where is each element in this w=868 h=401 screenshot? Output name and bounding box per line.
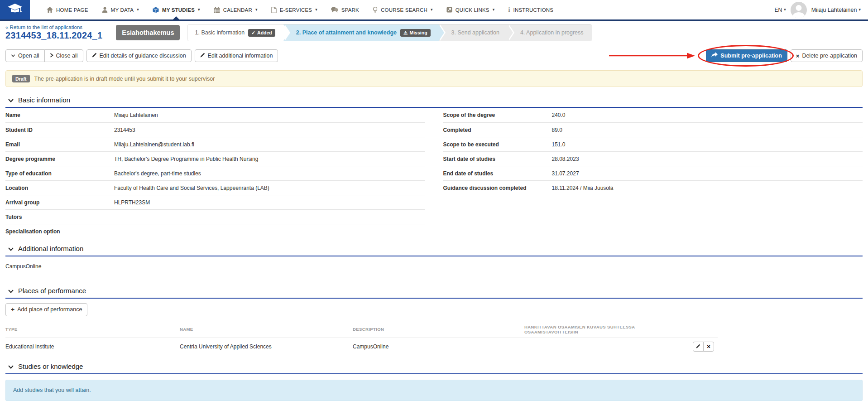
edit-row-button[interactable] bbox=[693, 342, 704, 352]
add-place-of-performance-button[interactable]: + Add place of performance bbox=[5, 303, 87, 316]
step-wizard: 1. Basic information ✓ Added 2. Place of… bbox=[187, 24, 592, 41]
draft-alert-text: The pre-application is in draft mode unt… bbox=[34, 76, 215, 82]
chevron-down-icon bbox=[8, 245, 14, 252]
column-header: Name bbox=[180, 321, 353, 338]
field-row: Completed89.0 bbox=[443, 122, 863, 137]
chevron-down-icon bbox=[8, 96, 14, 104]
chevron-down-icon: ▾ bbox=[255, 8, 258, 12]
close-icon: × bbox=[796, 53, 800, 59]
open-all-button[interactable]: Open all bbox=[5, 49, 45, 62]
basic-information-section: Basic information NameMiiaju Lahtelainen… bbox=[5, 90, 863, 238]
cube-icon bbox=[153, 7, 159, 13]
field-row: Arrival groupHLPRTH23SM bbox=[5, 195, 425, 209]
nav-quick-links[interactable]: QUICK LINKS ▾ bbox=[440, 0, 502, 19]
column-header-actions bbox=[693, 321, 718, 338]
step-place-of-attainment[interactable]: 2. Place of attainment and knowledge ⚠ M… bbox=[283, 24, 439, 41]
nav-calendar[interactable]: CALENDAR ▾ bbox=[207, 0, 264, 19]
table-row: Educational institute Centria University… bbox=[5, 338, 718, 356]
info-alert: Add studies that you will attain. bbox=[5, 380, 863, 401]
section-title: Basic information bbox=[18, 96, 70, 104]
field-row: Scope of the degree240.0 bbox=[443, 108, 863, 122]
additional-information-header[interactable]: Additional information bbox=[5, 238, 863, 256]
field-row: Tutors bbox=[5, 209, 425, 224]
nav-label: CALENDAR bbox=[223, 7, 252, 13]
plus-icon: + bbox=[11, 306, 14, 313]
field-row: Type of educationBachelor's degree, part… bbox=[5, 166, 425, 180]
nav-my-data[interactable]: MY DATA ▾ bbox=[95, 0, 146, 19]
studies-or-knowledge-header[interactable]: Studies or knowledge bbox=[5, 356, 863, 374]
chevron-down-icon: ▾ bbox=[493, 8, 495, 12]
chevron-down-icon: ▾ bbox=[315, 8, 317, 12]
nav-course-search[interactable]: COURSE SEARCH ▾ bbox=[366, 0, 440, 19]
draft-alert: Draft The pre-application is in draft mo… bbox=[5, 70, 863, 87]
delete-pre-application-button[interactable]: × Delete pre-application bbox=[791, 49, 863, 62]
nav-instructions[interactable]: i INSTRUCTIONS bbox=[501, 0, 560, 19]
step-basic-information[interactable]: 1. Basic information ✓ Added bbox=[187, 24, 283, 41]
field-row: Degree programmeTH, Bachelor's Degree Pr… bbox=[5, 151, 425, 166]
info-icon: i bbox=[508, 6, 510, 14]
application-id: 2314453_18.11.2024_1 bbox=[5, 30, 102, 41]
step-application-in-progress[interactable]: 4. Application in progress bbox=[508, 24, 592, 41]
application-header: « Return to the list of applications 231… bbox=[0, 21, 868, 44]
forward-arrow-icon bbox=[711, 52, 718, 59]
field-row: Scope to be executed151.0 bbox=[443, 137, 863, 151]
navbar-right: EN ▾ Miiaju Lahtelainen ▾ bbox=[775, 0, 868, 19]
chevron-right-icon bbox=[50, 52, 53, 59]
additional-information-section: Additional information CampusOnline bbox=[5, 238, 863, 280]
avatar[interactable] bbox=[791, 2, 807, 18]
chevron-down-icon bbox=[8, 287, 14, 295]
language-selector[interactable]: EN ▾ bbox=[775, 7, 786, 13]
submit-annotation-wrapper: Submit pre-application bbox=[706, 49, 787, 62]
language-label: EN bbox=[775, 7, 782, 13]
return-link[interactable]: « Return to the list of applications bbox=[5, 24, 102, 30]
nav-label: SPARK bbox=[341, 7, 359, 13]
delete-row-button[interactable]: × bbox=[703, 342, 714, 352]
chevron-down-icon: ▾ bbox=[858, 8, 861, 12]
draft-badge: Draft bbox=[12, 75, 30, 82]
app-logo[interactable] bbox=[0, 0, 30, 19]
submit-pre-application-button[interactable]: Submit pre-application bbox=[706, 49, 787, 62]
document-icon bbox=[271, 7, 277, 13]
places-of-performance-section: Places of performance + Add place of per… bbox=[5, 280, 863, 356]
places-of-performance-table: Type Name Description Hankittavan osaami… bbox=[5, 321, 718, 356]
check-icon: ✓ bbox=[251, 30, 255, 35]
column-header: Description bbox=[353, 321, 524, 338]
nav-spark[interactable]: SPARK bbox=[324, 0, 366, 19]
section-title: Places of performance bbox=[18, 287, 86, 295]
places-of-performance-header[interactable]: Places of performance bbox=[5, 280, 863, 299]
home-icon bbox=[47, 7, 53, 13]
field-row: End date of studies31.07.2027 bbox=[443, 166, 863, 180]
basic-information-header[interactable]: Basic information bbox=[5, 90, 863, 108]
nav-label: MY STUDIES bbox=[162, 7, 195, 13]
step-send-application[interactable]: 3. Send application bbox=[439, 24, 508, 41]
status-badge: ⚠ Missing bbox=[400, 29, 431, 37]
calendar-icon bbox=[214, 7, 220, 13]
field-row: NameMiiaju Lahtelainen bbox=[5, 108, 425, 122]
nav-e-services[interactable]: E-SERVICES ▾ bbox=[264, 0, 324, 19]
chevron-down-icon: ▾ bbox=[431, 8, 433, 12]
pencil-icon bbox=[200, 52, 205, 59]
nav-my-studies[interactable]: MY STUDIES ▾ bbox=[146, 0, 207, 19]
edit-guidance-discussion-button[interactable]: Edit details of guidance discussion bbox=[86, 49, 192, 62]
graduation-cap-icon bbox=[7, 3, 23, 16]
section-title: Studies or knowledge bbox=[18, 362, 83, 370]
nav-home-page[interactable]: HOME PAGE bbox=[40, 0, 95, 19]
bulb-icon bbox=[373, 7, 378, 13]
chevron-down-icon: ▾ bbox=[198, 8, 200, 12]
field-row: Guidance discussion completed18.11.2024 … bbox=[443, 180, 863, 195]
section-title: Additional information bbox=[18, 245, 83, 252]
studies-or-knowledge-section: Studies or knowledge Add studies that yo… bbox=[5, 356, 863, 401]
field-row: Student ID2314453 bbox=[5, 122, 425, 137]
close-all-button[interactable]: Close all bbox=[44, 49, 83, 62]
annotation-arrow-icon bbox=[609, 52, 695, 59]
user-menu[interactable]: Miiaju Lahtelainen ▾ bbox=[811, 7, 861, 13]
pencil-icon bbox=[696, 343, 700, 350]
application-meta: « Return to the list of applications 231… bbox=[5, 24, 102, 41]
edit-additional-information-button[interactable]: Edit additional information bbox=[195, 49, 278, 62]
nav-label: COURSE SEARCH bbox=[381, 7, 427, 13]
chevron-down-icon: ▾ bbox=[784, 8, 786, 12]
nav-label: HOME PAGE bbox=[56, 7, 88, 13]
step-label: 1. Basic information bbox=[195, 29, 245, 36]
chevron-down-icon: ▾ bbox=[137, 8, 139, 12]
chevron-down-icon bbox=[11, 52, 15, 59]
